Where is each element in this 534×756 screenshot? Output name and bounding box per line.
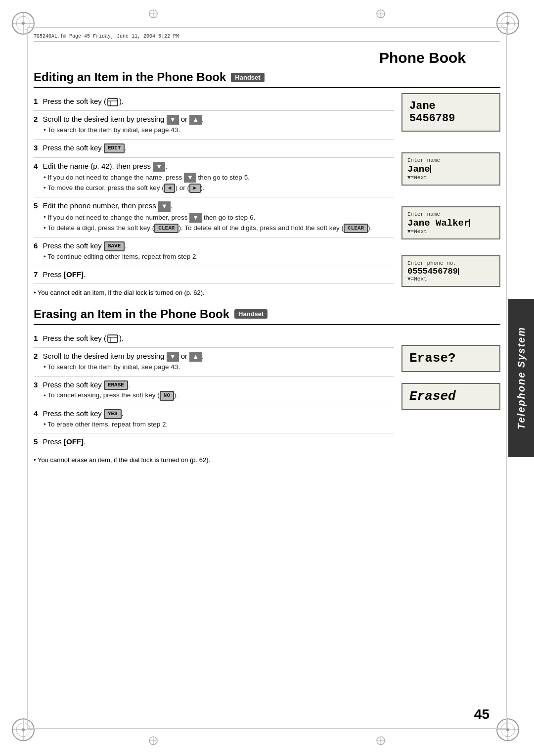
- reg-mark-top-right: [376, 9, 386, 20]
- edit-step-1: 1 Press the soft key ().: [34, 93, 394, 111]
- erase-steps-layout: 1 Press the soft key (). 2 Scroll to the…: [34, 330, 500, 466]
- edit-step-2: 2 Scroll to the desired item by pressing…: [34, 111, 394, 140]
- edit-steps-layout: 1 Press the soft key (). 2 Scroll to the…: [34, 93, 500, 298]
- edit-step-7: 7 Press [OFF].: [34, 266, 394, 284]
- erase-step-4: 4 Press the soft key YES. To erase other…: [34, 405, 394, 434]
- erase-step-5: 5 Press [OFF].: [34, 433, 394, 451]
- edit-handset-badge: Handset: [231, 73, 264, 82]
- erase-steps-left: 1 Press the soft key (). 2 Scroll to the…: [34, 330, 401, 466]
- page-container: TG5240AL.fm Page 45 Friday, June 11, 200…: [0, 0, 534, 756]
- erase-handset-badge: Handset: [234, 309, 267, 319]
- reg-mark-bottom-left: [148, 736, 158, 747]
- erase-footer-note: You cannot erase an item, if the dial lo…: [34, 454, 394, 466]
- svg-point-9: [506, 22, 509, 25]
- edit-section-title: Editing an Item in the Phone Book Handse…: [34, 70, 500, 88]
- vertical-tab: Telephone System: [508, 299, 534, 457]
- erase-screen-1: Erase?: [401, 345, 500, 372]
- edit-screens: Jane 5456789 Enter name Jane ▼=Next Ente…: [401, 93, 500, 298]
- edit-step-4: 4 Edit the name (p. 42), then press ▼. I…: [34, 158, 394, 198]
- edit-screen-3: Enter name Jane Walker ▼=Next: [401, 206, 500, 239]
- edit-step-3: 3 Press the soft key EDIT.: [34, 140, 394, 158]
- edit-step-6: 6 Press the soft key SAVE. To continue e…: [34, 237, 394, 266]
- page-title: Phone Book: [34, 45, 500, 70]
- edit-step-5: 5 Edit the phone number, then press ▼. I…: [34, 197, 394, 237]
- edit-screen-2: Enter name Jane ▼=Next: [401, 152, 500, 186]
- svg-point-14: [22, 728, 25, 731]
- erase-section: Erasing an Item in the Phone Book Handse…: [34, 307, 500, 466]
- edit-steps-left: 1 Press the soft key (). 2 Scroll to the…: [34, 93, 401, 298]
- vertical-tab-label: Telephone System: [516, 327, 527, 429]
- reg-mark-top: [148, 9, 158, 20]
- erase-screen-2: Erased: [401, 383, 500, 410]
- erase-step-2: 2 Scroll to the desired item by pressing…: [34, 348, 394, 377]
- erase-step-3: 3 Press the soft key ERASE. To cancel er…: [34, 377, 394, 405]
- svg-rect-35: [108, 335, 118, 342]
- reg-mark-bottom-right: [376, 736, 386, 747]
- edit-footer-note: You cannot edit an item, if the dial loc…: [34, 287, 394, 298]
- content-area: Phone Book Editing an Item in the Phone …: [34, 45, 500, 722]
- svg-rect-32: [108, 98, 118, 106]
- erase-screens: Erase? Erased: [401, 330, 500, 466]
- edit-section: Editing an Item in the Phone Book Handse…: [34, 70, 500, 298]
- erase-step-1: 1 Press the soft key ().: [34, 330, 394, 348]
- edit-screen-4: Enter phone no. 0555456789 ▼=Next: [401, 255, 500, 287]
- edit-screen-1: Jane 5456789: [401, 93, 500, 132]
- erase-section-title: Erasing an Item in the Phone Book Handse…: [34, 307, 500, 325]
- svg-point-4: [22, 22, 25, 25]
- metadata-line: TG5240AL.fm Page 45 Friday, June 11, 200…: [34, 34, 500, 42]
